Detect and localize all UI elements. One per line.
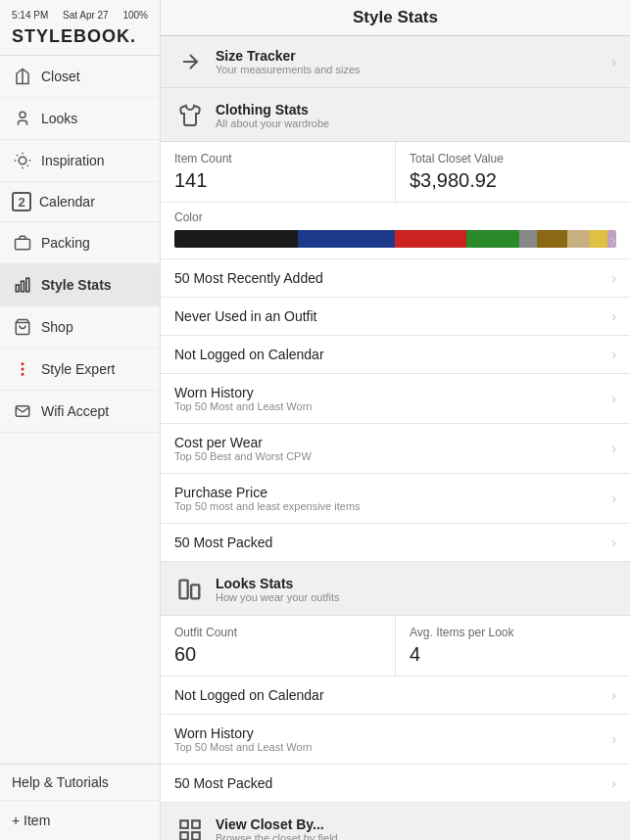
status-battery: 100% [122,10,148,21]
main-content: Style Stats Size Tracker Your measuremen… [161,0,630,840]
purchase-price-text-block: Purchase Price Top 50 most and least exp… [174,485,361,512]
purchase-price-chevron: › [611,490,616,506]
svg-rect-21 [180,820,188,828]
purchase-price-sub: Top 50 most and least expensive items [174,500,361,512]
main-header: Style Stats [161,0,630,36]
clothing-stats-title: Clothing Stats [216,102,329,117]
sidebar-bottom: Help & Tutorials + Item [0,764,160,840]
size-tracker-header[interactable]: Size Tracker Your measurements and sizes… [161,36,630,88]
help-tutorials-item[interactable]: Help & Tutorials [0,765,160,801]
sidebar-item-inspiration-label: Inspiration [41,153,105,168]
status-time: 5:14 PM [12,10,48,21]
worn-history-looks-item[interactable]: Worn History Top 50 Most and Least Worn … [161,715,630,765]
svg-point-16 [22,374,24,376]
closet-icon [12,66,33,87]
view-closet-subtitle: Browse the closet by field [216,832,338,840]
avg-items-value: 4 [410,643,616,666]
color-green [466,230,519,248]
recently-added-item[interactable]: 50 Most Recently Added › [161,259,630,298]
color-row[interactable]: Color › [161,203,630,259]
not-logged-calendar-item[interactable]: Not Logged on Calendar › [161,336,630,374]
sidebar-item-looks[interactable]: Looks [0,98,160,140]
never-used-label: Never Used in an Outfit [174,308,317,324]
color-grey [519,230,537,248]
color-brown [537,230,568,248]
view-closet-header[interactable]: View Closet By... Browse the closet by f… [161,805,630,840]
item-count-label: Item Count [174,152,381,165]
cost-per-wear-item[interactable]: Cost per Wear Top 50 Best and Worst CPW … [161,424,630,474]
worn-history-text-block: Worn History Top 50 Most and Least Worn [174,385,312,412]
sidebar-item-style-stats-label: Style Stats [41,277,112,293]
never-used-item[interactable]: Never Used in an Outfit › [161,298,630,336]
sidebar-nav: Closet Looks Inspiration 2 Calendar Pack… [0,56,160,764]
item-count-value: 141 [174,169,381,192]
not-logged-looks-chevron: › [611,687,616,703]
color-bar [174,230,616,248]
svg-line-5 [17,155,18,156]
recently-added-label: 50 Most Recently Added [174,270,323,286]
most-packed-looks-item[interactable]: 50 Most Packed › [161,765,630,803]
sidebar-item-inspiration[interactable]: Inspiration [0,140,160,182]
worn-history-label: Worn History [174,385,312,400]
sidebar-item-shop-label: Shop [41,319,73,335]
size-tracker-text: Size Tracker Your measurements and sizes [216,48,361,75]
looks-stats-title: Looks Stats [216,576,340,591]
color-red [395,230,465,248]
view-closet-text: View Closet By... Browse the closet by f… [216,817,338,840]
status-date: Sat Apr 27 [63,10,109,21]
svg-point-15 [22,363,24,365]
svg-line-6 [27,165,28,166]
color-chevron: › [610,230,616,251]
sidebar-item-style-stats[interactable]: Style Stats [0,264,160,306]
sidebar-header: 5:14 PM Sat Apr 27 100% STYLEBOOK. [0,0,160,56]
sidebar-item-closet-label: Closet [41,69,80,84]
total-closet-value-cell: Total Closet Value $3,980.92 [395,142,630,202]
sidebar-item-style-expert[interactable]: Style Expert [0,349,160,391]
looks-icon [12,108,33,129]
cost-per-wear-text-block: Cost per Wear Top 50 Best and Worst CPW [174,435,312,462]
sidebar-item-wifi-accept[interactable]: Wifi Accept [0,391,160,433]
clothing-stats-subtitle: All about your wardrobe [216,117,329,129]
packing-icon [12,232,33,254]
total-closet-value-value: $3,980.92 [410,169,616,192]
sidebar-item-shop[interactable]: Shop [0,306,160,349]
size-tracker-subtitle: Your measurements and sizes [216,64,361,75]
inspiration-icon [12,150,33,171]
most-packed-clothing-item[interactable]: 50 Most Packed › [161,524,630,562]
svg-point-1 [20,112,25,117]
sidebar: 5:14 PM Sat Apr 27 100% STYLEBOOK. Close… [0,0,161,840]
shop-icon [12,316,33,338]
avg-items-cell: Avg. Items per Look 4 [395,616,630,676]
color-tan [567,230,590,248]
color-label: Color [174,210,616,224]
clothing-stats-header[interactable]: Clothing Stats All about your wardrobe [161,90,630,142]
most-packed-clothing-label: 50 Most Packed [174,535,272,550]
sidebar-item-closet[interactable]: Closet [0,56,160,98]
avg-items-label: Avg. Items per Look [410,626,616,639]
svg-rect-9 [16,239,30,250]
status-bar: 5:14 PM Sat Apr 27 100% [12,10,148,21]
worn-history-looks-text-block: Worn History Top 50 Most and Least Worn [174,725,312,753]
add-item-button[interactable]: + Item [0,801,160,840]
not-logged-looks-item[interactable]: Not Logged on Calendar › [161,677,630,715]
not-logged-calendar-label: Not Logged on Calendar [174,347,324,362]
sidebar-item-packing[interactable]: Packing [0,222,160,264]
worn-history-item[interactable]: Worn History Top 50 Most and Least Worn … [161,374,630,424]
purchase-price-item[interactable]: Purchase Price Top 50 most and least exp… [161,474,630,524]
looks-stats-header[interactable]: Looks Stats How you wear your outfits [161,564,630,616]
help-tutorials-label: Help & Tutorials [12,774,109,790]
page-title: Style Stats [176,8,614,27]
worn-history-looks-label: Worn History [174,725,312,741]
svg-rect-10 [16,285,19,292]
color-yellow [590,230,607,248]
never-used-chevron: › [611,308,616,324]
purchase-price-label: Purchase Price [174,485,361,500]
sidebar-item-packing-label: Packing [41,235,90,251]
outfit-count-cell: Outfit Count 60 [161,616,395,676]
looks-stats-subtitle: How you wear your outfits [216,591,340,603]
looks-stats-text: Looks Stats How you wear your outfits [216,576,340,603]
sidebar-item-calendar[interactable]: 2 Calendar [0,182,160,222]
view-closet-icon [174,815,206,840]
cost-per-wear-label: Cost per Wear [174,435,312,450]
not-logged-calendar-chevron: › [611,347,616,362]
